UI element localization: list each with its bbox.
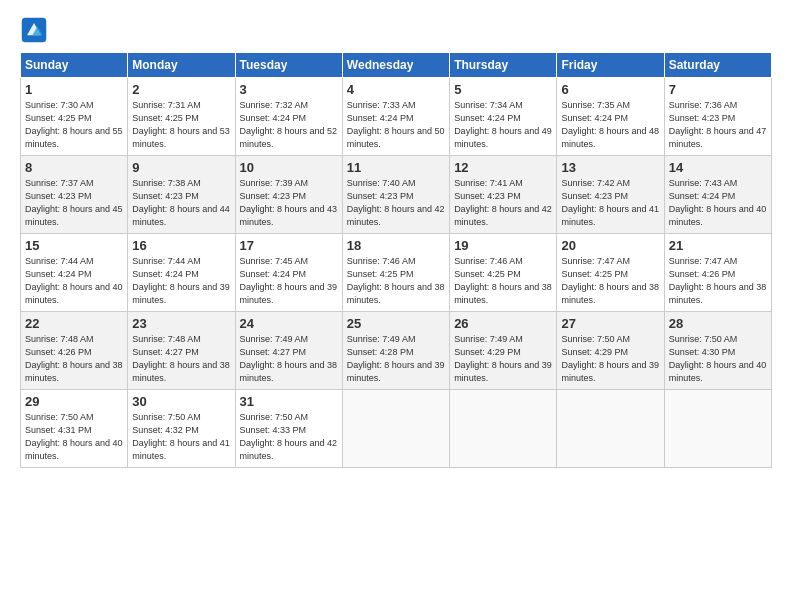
table-cell: 21Sunrise: 7:47 AMSunset: 4:26 PMDayligh… <box>664 234 771 312</box>
day-number: 17 <box>240 238 338 253</box>
day-info: Sunrise: 7:35 AMSunset: 4:24 PMDaylight:… <box>561 99 659 151</box>
table-cell: 22Sunrise: 7:48 AMSunset: 4:26 PMDayligh… <box>21 312 128 390</box>
day-info: Sunrise: 7:49 AMSunset: 4:29 PMDaylight:… <box>454 333 552 385</box>
col-sunday: Sunday <box>21 53 128 78</box>
day-number: 22 <box>25 316 123 331</box>
calendar-row: 22Sunrise: 7:48 AMSunset: 4:26 PMDayligh… <box>21 312 772 390</box>
day-number: 28 <box>669 316 767 331</box>
day-number: 26 <box>454 316 552 331</box>
table-cell <box>342 390 449 468</box>
day-number: 12 <box>454 160 552 175</box>
col-wednesday: Wednesday <box>342 53 449 78</box>
day-info: Sunrise: 7:36 AMSunset: 4:23 PMDaylight:… <box>669 99 767 151</box>
table-cell: 20Sunrise: 7:47 AMSunset: 4:25 PMDayligh… <box>557 234 664 312</box>
col-thursday: Thursday <box>450 53 557 78</box>
table-cell <box>557 390 664 468</box>
table-cell: 31Sunrise: 7:50 AMSunset: 4:33 PMDayligh… <box>235 390 342 468</box>
day-info: Sunrise: 7:50 AMSunset: 4:30 PMDaylight:… <box>669 333 767 385</box>
day-number: 19 <box>454 238 552 253</box>
day-number: 15 <box>25 238 123 253</box>
day-info: Sunrise: 7:40 AMSunset: 4:23 PMDaylight:… <box>347 177 445 229</box>
table-cell: 9Sunrise: 7:38 AMSunset: 4:23 PMDaylight… <box>128 156 235 234</box>
col-friday: Friday <box>557 53 664 78</box>
day-number: 20 <box>561 238 659 253</box>
table-cell: 6Sunrise: 7:35 AMSunset: 4:24 PMDaylight… <box>557 78 664 156</box>
day-info: Sunrise: 7:38 AMSunset: 4:23 PMDaylight:… <box>132 177 230 229</box>
table-cell: 19Sunrise: 7:46 AMSunset: 4:25 PMDayligh… <box>450 234 557 312</box>
table-cell: 30Sunrise: 7:50 AMSunset: 4:32 PMDayligh… <box>128 390 235 468</box>
table-cell: 13Sunrise: 7:42 AMSunset: 4:23 PMDayligh… <box>557 156 664 234</box>
day-number: 25 <box>347 316 445 331</box>
table-cell: 12Sunrise: 7:41 AMSunset: 4:23 PMDayligh… <box>450 156 557 234</box>
day-info: Sunrise: 7:46 AMSunset: 4:25 PMDaylight:… <box>347 255 445 307</box>
day-info: Sunrise: 7:47 AMSunset: 4:25 PMDaylight:… <box>561 255 659 307</box>
day-number: 21 <box>669 238 767 253</box>
calendar-header-row: Sunday Monday Tuesday Wednesday Thursday… <box>21 53 772 78</box>
day-number: 11 <box>347 160 445 175</box>
table-cell: 8Sunrise: 7:37 AMSunset: 4:23 PMDaylight… <box>21 156 128 234</box>
day-number: 18 <box>347 238 445 253</box>
day-number: 3 <box>240 82 338 97</box>
table-cell: 11Sunrise: 7:40 AMSunset: 4:23 PMDayligh… <box>342 156 449 234</box>
day-info: Sunrise: 7:50 AMSunset: 4:33 PMDaylight:… <box>240 411 338 463</box>
table-cell: 5Sunrise: 7:34 AMSunset: 4:24 PMDaylight… <box>450 78 557 156</box>
table-cell: 17Sunrise: 7:45 AMSunset: 4:24 PMDayligh… <box>235 234 342 312</box>
day-info: Sunrise: 7:47 AMSunset: 4:26 PMDaylight:… <box>669 255 767 307</box>
day-number: 16 <box>132 238 230 253</box>
day-number: 6 <box>561 82 659 97</box>
calendar-row: 15Sunrise: 7:44 AMSunset: 4:24 PMDayligh… <box>21 234 772 312</box>
day-info: Sunrise: 7:39 AMSunset: 4:23 PMDaylight:… <box>240 177 338 229</box>
table-cell: 23Sunrise: 7:48 AMSunset: 4:27 PMDayligh… <box>128 312 235 390</box>
table-cell: 27Sunrise: 7:50 AMSunset: 4:29 PMDayligh… <box>557 312 664 390</box>
table-cell: 25Sunrise: 7:49 AMSunset: 4:28 PMDayligh… <box>342 312 449 390</box>
calendar-row: 29Sunrise: 7:50 AMSunset: 4:31 PMDayligh… <box>21 390 772 468</box>
day-info: Sunrise: 7:50 AMSunset: 4:29 PMDaylight:… <box>561 333 659 385</box>
day-number: 10 <box>240 160 338 175</box>
table-cell: 7Sunrise: 7:36 AMSunset: 4:23 PMDaylight… <box>664 78 771 156</box>
day-number: 14 <box>669 160 767 175</box>
day-info: Sunrise: 7:42 AMSunset: 4:23 PMDaylight:… <box>561 177 659 229</box>
table-cell: 14Sunrise: 7:43 AMSunset: 4:24 PMDayligh… <box>664 156 771 234</box>
day-number: 8 <box>25 160 123 175</box>
day-info: Sunrise: 7:45 AMSunset: 4:24 PMDaylight:… <box>240 255 338 307</box>
day-number: 9 <box>132 160 230 175</box>
day-info: Sunrise: 7:30 AMSunset: 4:25 PMDaylight:… <box>25 99 123 151</box>
calendar-page: Sunday Monday Tuesday Wednesday Thursday… <box>0 0 792 612</box>
table-cell: 4Sunrise: 7:33 AMSunset: 4:24 PMDaylight… <box>342 78 449 156</box>
calendar-table: Sunday Monday Tuesday Wednesday Thursday… <box>20 52 772 468</box>
day-info: Sunrise: 7:31 AMSunset: 4:25 PMDaylight:… <box>132 99 230 151</box>
day-info: Sunrise: 7:44 AMSunset: 4:24 PMDaylight:… <box>25 255 123 307</box>
day-info: Sunrise: 7:44 AMSunset: 4:24 PMDaylight:… <box>132 255 230 307</box>
day-info: Sunrise: 7:33 AMSunset: 4:24 PMDaylight:… <box>347 99 445 151</box>
table-cell: 16Sunrise: 7:44 AMSunset: 4:24 PMDayligh… <box>128 234 235 312</box>
table-cell: 1Sunrise: 7:30 AMSunset: 4:25 PMDaylight… <box>21 78 128 156</box>
day-info: Sunrise: 7:32 AMSunset: 4:24 PMDaylight:… <box>240 99 338 151</box>
table-cell <box>450 390 557 468</box>
table-cell: 15Sunrise: 7:44 AMSunset: 4:24 PMDayligh… <box>21 234 128 312</box>
day-info: Sunrise: 7:49 AMSunset: 4:28 PMDaylight:… <box>347 333 445 385</box>
header <box>20 16 772 44</box>
day-number: 29 <box>25 394 123 409</box>
day-number: 4 <box>347 82 445 97</box>
day-info: Sunrise: 7:49 AMSunset: 4:27 PMDaylight:… <box>240 333 338 385</box>
col-saturday: Saturday <box>664 53 771 78</box>
day-number: 31 <box>240 394 338 409</box>
col-monday: Monday <box>128 53 235 78</box>
day-number: 2 <box>132 82 230 97</box>
day-number: 1 <box>25 82 123 97</box>
logo <box>20 16 52 44</box>
day-info: Sunrise: 7:37 AMSunset: 4:23 PMDaylight:… <box>25 177 123 229</box>
day-number: 23 <box>132 316 230 331</box>
calendar-row: 8Sunrise: 7:37 AMSunset: 4:23 PMDaylight… <box>21 156 772 234</box>
table-cell: 3Sunrise: 7:32 AMSunset: 4:24 PMDaylight… <box>235 78 342 156</box>
table-cell: 28Sunrise: 7:50 AMSunset: 4:30 PMDayligh… <box>664 312 771 390</box>
table-cell: 29Sunrise: 7:50 AMSunset: 4:31 PMDayligh… <box>21 390 128 468</box>
table-cell <box>664 390 771 468</box>
calendar-row: 1Sunrise: 7:30 AMSunset: 4:25 PMDaylight… <box>21 78 772 156</box>
day-info: Sunrise: 7:50 AMSunset: 4:32 PMDaylight:… <box>132 411 230 463</box>
table-cell: 18Sunrise: 7:46 AMSunset: 4:25 PMDayligh… <box>342 234 449 312</box>
day-number: 13 <box>561 160 659 175</box>
logo-icon <box>20 16 48 44</box>
day-number: 5 <box>454 82 552 97</box>
table-cell: 2Sunrise: 7:31 AMSunset: 4:25 PMDaylight… <box>128 78 235 156</box>
